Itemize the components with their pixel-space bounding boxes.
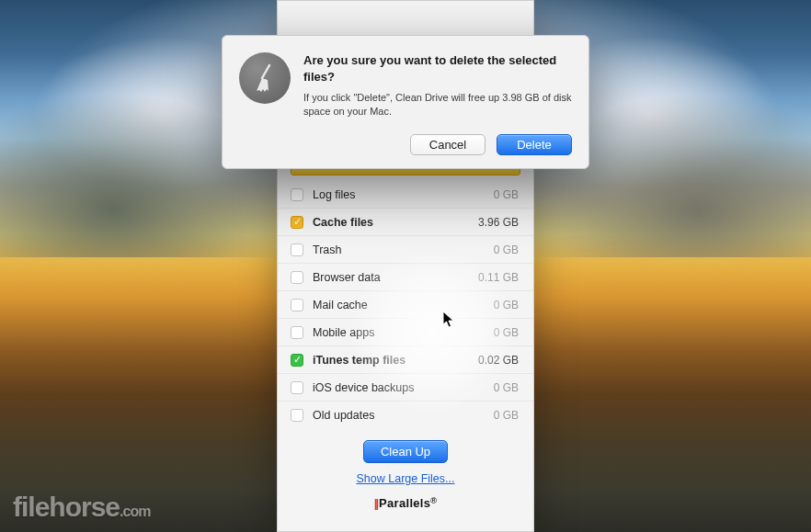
category-row[interactable]: Old updates0 GB: [278, 402, 533, 429]
category-size: 3.96 GB: [478, 216, 519, 229]
category-row[interactable]: Browser data0.11 GB: [278, 264, 533, 291]
category-checkbox[interactable]: [291, 381, 303, 394]
delete-button[interactable]: Delete: [497, 134, 572, 155]
category-checkbox[interactable]: [291, 326, 303, 339]
category-row[interactable]: ✓iTunes temp files0.02 GB: [278, 346, 533, 374]
category-row[interactable]: Mobile apps0 GB: [278, 319, 533, 346]
category-row[interactable]: ✓Cache files3.96 GB: [278, 209, 533, 236]
category-checkbox[interactable]: [291, 271, 303, 284]
category-label: Cache files: [313, 216, 478, 229]
parallels-logo-icon: ||: [374, 496, 377, 510]
dialog-title: Are you sure you want to delete the sele…: [303, 52, 572, 85]
category-label: iTunes temp files: [313, 354, 478, 367]
desktop-background: Log files0 GB✓Cache files3.96 GBTrash0 G…: [0, 0, 811, 532]
category-checkbox[interactable]: ✓: [291, 216, 303, 229]
category-checkbox[interactable]: [291, 299, 303, 311]
category-label: Mobile apps: [313, 326, 494, 339]
category-row[interactable]: Log files0 GB: [278, 181, 533, 209]
svg-line-0: [262, 65, 269, 78]
category-checkbox[interactable]: [291, 188, 303, 201]
category-size: 0 GB: [494, 409, 519, 422]
category-size: 0 GB: [494, 243, 519, 256]
category-label: Log files: [313, 188, 494, 201]
category-label: Browser data: [313, 271, 478, 284]
category-size: 0 GB: [494, 188, 519, 201]
category-label: Mail cache: [313, 299, 494, 311]
dialog-message: If you click "Delete", Clean Drive will …: [303, 91, 572, 119]
category-label: iOS device backups: [313, 381, 494, 394]
category-size: 0.11 GB: [478, 271, 519, 284]
category-row[interactable]: Mail cache0 GB: [278, 291, 533, 319]
confirm-delete-dialog: Are you sure you want to delete the sele…: [222, 35, 589, 169]
category-label: Old updates: [313, 409, 494, 422]
cancel-button[interactable]: Cancel: [410, 134, 485, 155]
watermark: filehorse.com: [13, 492, 150, 523]
category-size: 0 GB: [494, 299, 519, 311]
category-size: 0.02 GB: [478, 354, 519, 367]
clean-up-button[interactable]: Clean Up: [363, 440, 448, 463]
category-checkbox[interactable]: [291, 409, 303, 422]
category-label: Trash: [313, 243, 494, 256]
category-checkbox[interactable]: ✓: [291, 354, 303, 367]
show-large-files-link[interactable]: Show Large Files...: [278, 472, 533, 485]
category-size: 0 GB: [494, 326, 519, 339]
brand-label: ||Parallels®: [278, 491, 533, 517]
category-checkbox[interactable]: [291, 243, 303, 256]
category-row[interactable]: iOS device backups0 GB: [278, 374, 533, 402]
category-list: Log files0 GB✓Cache files3.96 GBTrash0 G…: [278, 179, 533, 435]
category-size: 0 GB: [494, 381, 519, 394]
category-row[interactable]: Trash0 GB: [278, 236, 533, 264]
broom-icon: [239, 52, 291, 104]
